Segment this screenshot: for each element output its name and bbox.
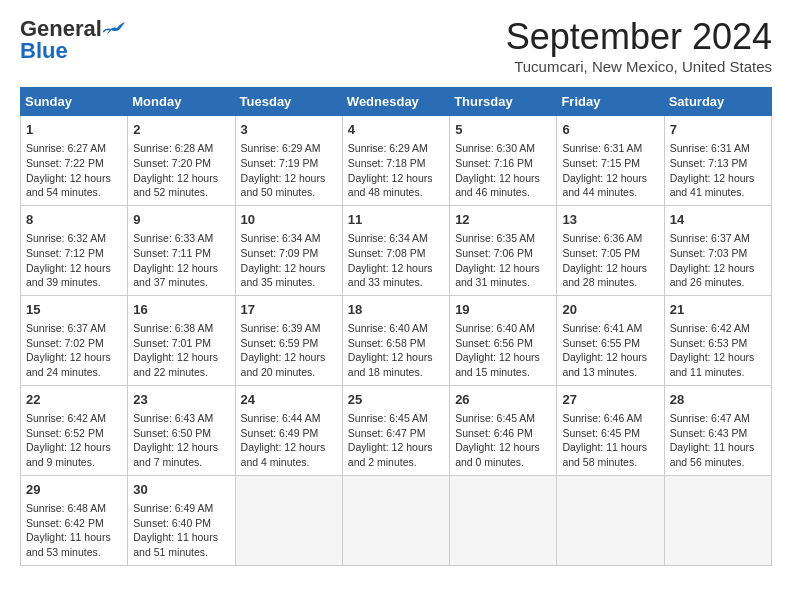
day-info: Sunrise: 6:31 AMSunset: 7:13 PMDaylight:… [670, 141, 766, 200]
day-info: Sunrise: 6:46 AMSunset: 6:45 PMDaylight:… [562, 411, 658, 470]
day-number: 4 [348, 121, 444, 139]
day-number: 30 [133, 481, 229, 499]
day-number: 15 [26, 301, 122, 319]
day-info: Sunrise: 6:36 AMSunset: 7:05 PMDaylight:… [562, 231, 658, 290]
day-info: Sunrise: 6:29 AMSunset: 7:18 PMDaylight:… [348, 141, 444, 200]
weekday-header-wednesday: Wednesday [342, 88, 449, 116]
calendar-cell: 23Sunrise: 6:43 AMSunset: 6:50 PMDayligh… [128, 385, 235, 475]
calendar-cell: 15Sunrise: 6:37 AMSunset: 7:02 PMDayligh… [21, 295, 128, 385]
day-number: 29 [26, 481, 122, 499]
logo-blue: Blue [20, 38, 68, 64]
day-info: Sunrise: 6:44 AMSunset: 6:49 PMDaylight:… [241, 411, 337, 470]
week-row-3: 15Sunrise: 6:37 AMSunset: 7:02 PMDayligh… [21, 295, 772, 385]
calendar-cell: 28Sunrise: 6:47 AMSunset: 6:43 PMDayligh… [664, 385, 771, 475]
day-number: 28 [670, 391, 766, 409]
day-info: Sunrise: 6:40 AMSunset: 6:58 PMDaylight:… [348, 321, 444, 380]
calendar-cell: 21Sunrise: 6:42 AMSunset: 6:53 PMDayligh… [664, 295, 771, 385]
calendar-cell [557, 475, 664, 565]
calendar-cell: 2Sunrise: 6:28 AMSunset: 7:20 PMDaylight… [128, 116, 235, 206]
calendar-cell: 19Sunrise: 6:40 AMSunset: 6:56 PMDayligh… [450, 295, 557, 385]
calendar-cell: 10Sunrise: 6:34 AMSunset: 7:09 PMDayligh… [235, 205, 342, 295]
calendar-cell [235, 475, 342, 565]
day-info: Sunrise: 6:35 AMSunset: 7:06 PMDaylight:… [455, 231, 551, 290]
calendar-cell: 30Sunrise: 6:49 AMSunset: 6:40 PMDayligh… [128, 475, 235, 565]
day-number: 20 [562, 301, 658, 319]
calendar-cell: 18Sunrise: 6:40 AMSunset: 6:58 PMDayligh… [342, 295, 449, 385]
calendar-cell: 22Sunrise: 6:42 AMSunset: 6:52 PMDayligh… [21, 385, 128, 475]
day-info: Sunrise: 6:34 AMSunset: 7:09 PMDaylight:… [241, 231, 337, 290]
logo-bird-icon [103, 20, 125, 38]
day-number: 6 [562, 121, 658, 139]
calendar-table: SundayMondayTuesdayWednesdayThursdayFrid… [20, 87, 772, 566]
day-info: Sunrise: 6:30 AMSunset: 7:16 PMDaylight:… [455, 141, 551, 200]
day-number: 25 [348, 391, 444, 409]
calendar-cell: 25Sunrise: 6:45 AMSunset: 6:47 PMDayligh… [342, 385, 449, 475]
day-info: Sunrise: 6:32 AMSunset: 7:12 PMDaylight:… [26, 231, 122, 290]
calendar-cell: 29Sunrise: 6:48 AMSunset: 6:42 PMDayligh… [21, 475, 128, 565]
calendar-cell: 11Sunrise: 6:34 AMSunset: 7:08 PMDayligh… [342, 205, 449, 295]
day-number: 1 [26, 121, 122, 139]
day-number: 2 [133, 121, 229, 139]
day-number: 23 [133, 391, 229, 409]
week-row-1: 1Sunrise: 6:27 AMSunset: 7:22 PMDaylight… [21, 116, 772, 206]
day-number: 11 [348, 211, 444, 229]
day-number: 10 [241, 211, 337, 229]
calendar-body: 1Sunrise: 6:27 AMSunset: 7:22 PMDaylight… [21, 116, 772, 566]
header: General Blue September 2024 Tucumcari, N… [20, 16, 772, 75]
day-number: 7 [670, 121, 766, 139]
day-info: Sunrise: 6:42 AMSunset: 6:52 PMDaylight:… [26, 411, 122, 470]
day-info: Sunrise: 6:39 AMSunset: 6:59 PMDaylight:… [241, 321, 337, 380]
calendar-cell: 3Sunrise: 6:29 AMSunset: 7:19 PMDaylight… [235, 116, 342, 206]
week-row-2: 8Sunrise: 6:32 AMSunset: 7:12 PMDaylight… [21, 205, 772, 295]
calendar-cell: 12Sunrise: 6:35 AMSunset: 7:06 PMDayligh… [450, 205, 557, 295]
day-info: Sunrise: 6:28 AMSunset: 7:20 PMDaylight:… [133, 141, 229, 200]
weekday-header-sunday: Sunday [21, 88, 128, 116]
day-number: 16 [133, 301, 229, 319]
weekday-header-monday: Monday [128, 88, 235, 116]
day-number: 26 [455, 391, 551, 409]
day-info: Sunrise: 6:27 AMSunset: 7:22 PMDaylight:… [26, 141, 122, 200]
weekday-header-saturday: Saturday [664, 88, 771, 116]
calendar-cell: 8Sunrise: 6:32 AMSunset: 7:12 PMDaylight… [21, 205, 128, 295]
day-number: 5 [455, 121, 551, 139]
logo: General Blue [20, 16, 125, 64]
day-info: Sunrise: 6:37 AMSunset: 7:02 PMDaylight:… [26, 321, 122, 380]
week-row-4: 22Sunrise: 6:42 AMSunset: 6:52 PMDayligh… [21, 385, 772, 475]
day-number: 8 [26, 211, 122, 229]
day-info: Sunrise: 6:37 AMSunset: 7:03 PMDaylight:… [670, 231, 766, 290]
day-info: Sunrise: 6:45 AMSunset: 6:46 PMDaylight:… [455, 411, 551, 470]
day-number: 22 [26, 391, 122, 409]
day-info: Sunrise: 6:34 AMSunset: 7:08 PMDaylight:… [348, 231, 444, 290]
day-info: Sunrise: 6:40 AMSunset: 6:56 PMDaylight:… [455, 321, 551, 380]
calendar-cell: 16Sunrise: 6:38 AMSunset: 7:01 PMDayligh… [128, 295, 235, 385]
calendar-cell: 17Sunrise: 6:39 AMSunset: 6:59 PMDayligh… [235, 295, 342, 385]
calendar-cell: 26Sunrise: 6:45 AMSunset: 6:46 PMDayligh… [450, 385, 557, 475]
day-number: 13 [562, 211, 658, 229]
day-info: Sunrise: 6:33 AMSunset: 7:11 PMDaylight:… [133, 231, 229, 290]
calendar-cell: 7Sunrise: 6:31 AMSunset: 7:13 PMDaylight… [664, 116, 771, 206]
calendar-cell: 27Sunrise: 6:46 AMSunset: 6:45 PMDayligh… [557, 385, 664, 475]
calendar-cell: 14Sunrise: 6:37 AMSunset: 7:03 PMDayligh… [664, 205, 771, 295]
day-number: 24 [241, 391, 337, 409]
calendar-cell: 6Sunrise: 6:31 AMSunset: 7:15 PMDaylight… [557, 116, 664, 206]
day-info: Sunrise: 6:31 AMSunset: 7:15 PMDaylight:… [562, 141, 658, 200]
day-number: 3 [241, 121, 337, 139]
title-block: September 2024 Tucumcari, New Mexico, Un… [506, 16, 772, 75]
day-number: 12 [455, 211, 551, 229]
day-number: 19 [455, 301, 551, 319]
calendar-cell [450, 475, 557, 565]
weekday-header-row: SundayMondayTuesdayWednesdayThursdayFrid… [21, 88, 772, 116]
week-row-5: 29Sunrise: 6:48 AMSunset: 6:42 PMDayligh… [21, 475, 772, 565]
day-number: 14 [670, 211, 766, 229]
day-number: 21 [670, 301, 766, 319]
day-info: Sunrise: 6:43 AMSunset: 6:50 PMDaylight:… [133, 411, 229, 470]
weekday-header-tuesday: Tuesday [235, 88, 342, 116]
day-info: Sunrise: 6:41 AMSunset: 6:55 PMDaylight:… [562, 321, 658, 380]
day-info: Sunrise: 6:38 AMSunset: 7:01 PMDaylight:… [133, 321, 229, 380]
calendar-cell: 20Sunrise: 6:41 AMSunset: 6:55 PMDayligh… [557, 295, 664, 385]
calendar-cell: 13Sunrise: 6:36 AMSunset: 7:05 PMDayligh… [557, 205, 664, 295]
calendar-cell: 9Sunrise: 6:33 AMSunset: 7:11 PMDaylight… [128, 205, 235, 295]
weekday-header-thursday: Thursday [450, 88, 557, 116]
calendar-cell: 5Sunrise: 6:30 AMSunset: 7:16 PMDaylight… [450, 116, 557, 206]
day-number: 9 [133, 211, 229, 229]
